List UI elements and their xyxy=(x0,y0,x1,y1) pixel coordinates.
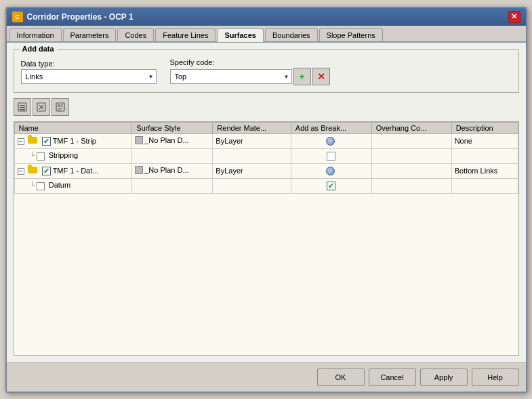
cell-break-4: ✔ xyxy=(291,178,371,193)
col-add-as-break: Add as Break... xyxy=(291,122,371,133)
cell-render-3: ByLayer xyxy=(213,163,291,178)
main-window: C Corridor Properties - OCP 1 ✕ Informat… xyxy=(5,7,527,393)
cell-overhang-3 xyxy=(371,163,451,178)
cell-overhang-4 xyxy=(371,178,451,193)
toolbar-btn-1[interactable] xyxy=(14,98,31,116)
table-row[interactable]: − ✔ TMF 1 - Dat... xyxy=(14,163,518,178)
svg-rect-1 xyxy=(20,105,25,106)
cell-render-4 xyxy=(213,178,291,193)
svg-rect-9 xyxy=(60,104,63,106)
tab-parameters[interactable]: Parameters xyxy=(63,28,117,41)
toolbar-row xyxy=(14,98,519,116)
col-surface-style: Surface Style xyxy=(132,122,213,133)
data-table: Name Surface Style Render Mate... Add as… xyxy=(14,121,519,356)
row-name-4: Datum xyxy=(49,181,70,189)
expand-icon-3[interactable]: − xyxy=(18,168,24,175)
table-row[interactable]: − ✔ TMF 1 - Strip xyxy=(14,133,518,148)
svg-rect-10 xyxy=(60,106,63,107)
folder-icon-1 xyxy=(28,137,37,144)
specify-code-field: Specify code: Top Bottom Datum Stripping… xyxy=(170,58,330,85)
window-title: Corridor Properties - OCP 1 xyxy=(27,12,134,22)
data-type-field: Data type: Links xyxy=(21,60,157,84)
specify-code-select[interactable]: Top Bottom Datum Stripping xyxy=(170,69,292,84)
specify-code-label: Specify code: xyxy=(170,58,330,66)
add-data-group: Add data Data type: Links Specify xyxy=(14,49,519,93)
page-icon-4 xyxy=(37,182,45,190)
tab-bar: Information Parameters Codes Feature Lin… xyxy=(7,26,526,43)
cell-name-1: − ✔ TMF 1 - Strip xyxy=(14,133,132,148)
expand-icon-1[interactable]: − xyxy=(18,138,24,145)
specify-code-dropdown-wrapper: Top Bottom Datum Stripping + ✕ xyxy=(170,68,330,85)
svg-rect-12 xyxy=(58,109,61,110)
tab-boundaries[interactable]: Boundaries xyxy=(265,28,318,41)
svg-rect-2 xyxy=(20,107,25,108)
table-row[interactable]: └ Datum ✔ xyxy=(14,178,518,193)
title-bar: C Corridor Properties - OCP 1 ✕ xyxy=(7,8,526,26)
surface-style-icon-3 xyxy=(135,166,143,174)
close-button[interactable]: ✕ xyxy=(508,11,520,23)
checkbox-datum[interactable]: ✔ xyxy=(327,182,335,190)
data-type-select[interactable]: Links xyxy=(21,69,157,84)
globe-icon-1 xyxy=(326,137,335,146)
add-data-row: Data type: Links Specify code: xyxy=(21,58,512,85)
cell-surface-style-3: _No Plan D... xyxy=(132,163,213,178)
cell-surface-style-2 xyxy=(132,148,213,163)
cell-overhang-2 xyxy=(371,148,451,163)
tab-feature-lines[interactable]: Feature Lines xyxy=(155,28,216,41)
cancel-button[interactable]: Cancel xyxy=(369,369,416,386)
surface-table: Name Surface Style Render Mate... Add as… xyxy=(14,122,518,194)
checkbox-stripping[interactable] xyxy=(327,152,335,161)
cell-break-2 xyxy=(291,148,371,163)
globe-icon-3 xyxy=(326,167,335,175)
delete-code-button[interactable]: ✕ xyxy=(312,68,330,85)
cell-render-2 xyxy=(213,148,291,163)
svg-rect-11 xyxy=(58,108,63,109)
cell-description-3: Bottom Links xyxy=(451,163,518,178)
col-render-material: Render Mate... xyxy=(213,122,291,133)
cell-name-4: └ Datum xyxy=(14,178,132,193)
cell-overhang-1 xyxy=(371,133,451,148)
col-name: Name xyxy=(14,122,132,133)
specify-code-select-wrapper: Top Bottom Datum Stripping xyxy=(170,69,292,84)
svg-rect-3 xyxy=(20,109,25,110)
cell-description-1: None xyxy=(451,133,518,148)
tab-slope-patterns[interactable]: Slope Patterns xyxy=(319,28,383,41)
cell-description-4 xyxy=(451,178,518,193)
tab-codes[interactable]: Codes xyxy=(117,28,154,41)
cell-description-2 xyxy=(451,148,518,163)
help-button[interactable]: Help xyxy=(472,369,519,386)
cell-name-3: − ✔ TMF 1 - Dat... xyxy=(14,163,132,178)
page-icon-2 xyxy=(37,152,45,161)
row-checkbox-1[interactable]: ✔ xyxy=(42,137,51,146)
cell-surface-style-1: _No Plan D... xyxy=(132,133,213,148)
data-type-label: Data type: xyxy=(21,60,157,68)
cell-name-2: └ Stripping xyxy=(14,148,132,163)
toolbar-btn-3[interactable] xyxy=(52,98,69,116)
data-type-select-wrapper: Links xyxy=(21,69,157,84)
toolbar-btn-2[interactable] xyxy=(33,98,50,116)
tab-information[interactable]: Information xyxy=(9,28,62,41)
apply-button[interactable]: Apply xyxy=(420,369,468,386)
add-data-legend: Add data xyxy=(20,45,57,53)
tab-surfaces[interactable]: Surfaces xyxy=(217,28,263,42)
add-code-button[interactable]: + xyxy=(293,68,311,85)
cell-break-3 xyxy=(291,163,371,178)
cell-render-1: ByLayer xyxy=(213,133,291,148)
app-icon: C xyxy=(12,12,23,22)
cell-break-1 xyxy=(291,133,371,148)
row-name-3: TMF 1 - Dat... xyxy=(53,167,99,175)
table-row[interactable]: └ Stripping xyxy=(14,148,518,163)
col-overhang: Overhang Co... xyxy=(371,122,451,133)
row-checkbox-3[interactable]: ✔ xyxy=(42,167,51,175)
cell-surface-style-4 xyxy=(132,178,213,193)
surface-style-icon-1 xyxy=(135,136,143,144)
main-content: Add data Data type: Links Specify xyxy=(7,43,526,362)
bottom-bar: OK Cancel Apply Help xyxy=(7,362,526,392)
col-description: Description xyxy=(451,122,518,133)
svg-rect-8 xyxy=(58,104,60,107)
row-name-2: Stripping xyxy=(49,151,78,159)
ok-button[interactable]: OK xyxy=(317,369,365,386)
folder-icon-3 xyxy=(28,167,37,173)
data-type-dropdown-wrapper: Links xyxy=(21,69,157,84)
row-name-1: TMF 1 - Strip xyxy=(53,137,96,145)
